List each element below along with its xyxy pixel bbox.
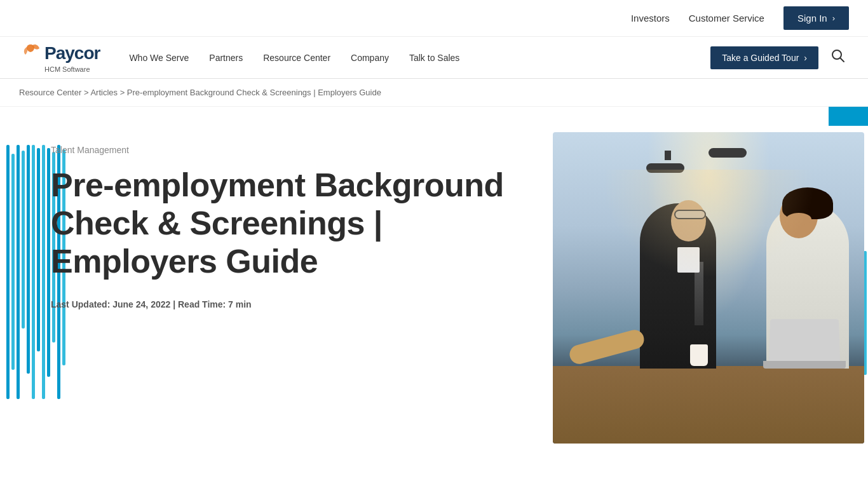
nav-resource-center[interactable]: Resource Center: [253, 46, 341, 69]
sign-in-button[interactable]: Sign In ›: [783, 6, 849, 30]
logo[interactable]: Paycor HCM Software: [19, 42, 100, 73]
hero-content: Talent Management Pre-employment Backgro…: [0, 107, 868, 469]
search-icon: [831, 49, 845, 63]
main-nav: Paycor HCM Software Who We Serve Partner…: [0, 37, 868, 79]
logo-text: Paycor: [44, 43, 100, 64]
sign-in-chevron: ›: [832, 13, 835, 23]
svg-line-1: [840, 58, 844, 62]
hero-section: Talent Management Pre-employment Backgro…: [0, 107, 868, 469]
hero-title: Pre-employment Background Check & Screen…: [51, 166, 527, 280]
nav-talk-to-sales[interactable]: Talk to Sales: [399, 46, 470, 69]
breadcrumb-sep2: >: [118, 88, 127, 97]
nav-partners[interactable]: Partners: [199, 46, 253, 69]
breadcrumb-sep1: >: [81, 88, 90, 97]
breadcrumb: Resource Center > Articles > Pre-employm…: [0, 79, 868, 107]
nav-who-we-serve[interactable]: Who We Serve: [119, 46, 199, 69]
hero-image-area: [553, 132, 864, 444]
guided-tour-button[interactable]: Take a Guided Tour ›: [710, 46, 818, 69]
category-label: Talent Management: [51, 145, 527, 155]
hero-image: [553, 132, 864, 444]
hero-text: Talent Management Pre-employment Backgro…: [51, 132, 527, 309]
top-bar: Investors Customer Service Sign In ›: [0, 0, 868, 37]
meta-info: Last Updated: June 24, 2022 | Read Time:…: [51, 299, 527, 309]
guided-tour-label: Take a Guided Tour: [722, 53, 799, 63]
nav-right: Take a Guided Tour ›: [710, 45, 849, 70]
sign-in-label: Sign In: [797, 13, 827, 24]
top-bar-links: Investors Customer Service Sign In ›: [631, 6, 849, 30]
investors-link[interactable]: Investors: [631, 13, 670, 24]
hcm-label: HCM Software: [44, 65, 90, 73]
paycor-bird-icon: [19, 42, 42, 65]
search-button[interactable]: [827, 45, 849, 70]
logo-wrapper: Paycor HCM Software: [19, 42, 100, 73]
logo-image: Paycor: [19, 42, 100, 65]
customer-service-link[interactable]: Customer Service: [689, 13, 764, 24]
breadcrumb-current: Pre-employment Background Check & Screen…: [127, 88, 381, 97]
nav-links: Who We Serve Partners Resource Center Co…: [119, 46, 710, 69]
breadcrumb-resource-center[interactable]: Resource Center: [19, 88, 81, 97]
guided-tour-chevron: ›: [804, 53, 807, 63]
breadcrumb-articles[interactable]: Articles: [90, 88, 118, 97]
nav-company[interactable]: Company: [341, 46, 399, 69]
